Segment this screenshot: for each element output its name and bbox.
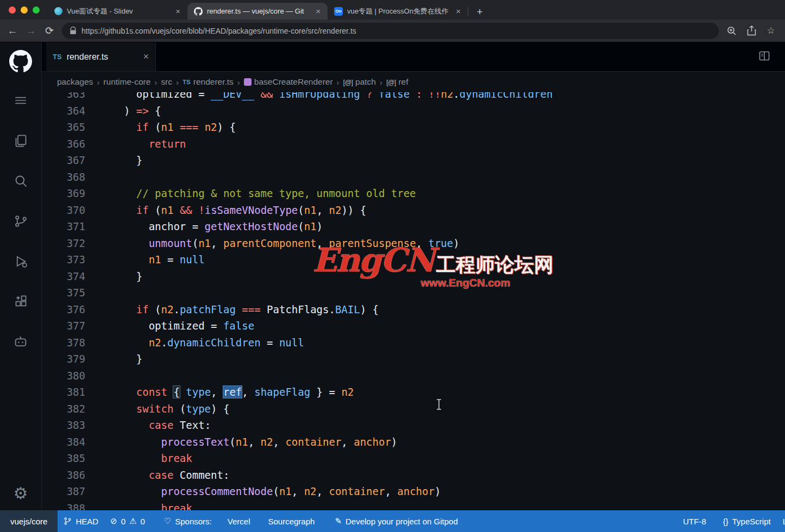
remote-indicator[interactable]: vuejs/core (0, 510, 58, 532)
code-token (111, 92, 136, 100)
breadcrumb-packages[interactable]: packages (57, 77, 93, 87)
code-line[interactable]: 376 if (n2.patchFlag === PatchFlags.BAIL… (42, 301, 785, 318)
status-bar-left: vuejs/core HEAD ⊘ 0 ⚠ 0 ♡ Sponsors: Verc… (0, 510, 464, 532)
chevron-right-icon: › (97, 78, 99, 87)
problems-indicator[interactable]: ⊘ 0 ⚠ 0 (104, 510, 151, 532)
open-changes-icon[interactable] (758, 49, 771, 65)
code-token: dynamicChildren (167, 337, 261, 349)
code-line[interactable]: 363 optimized = __DEV__ && isHmrUpdating… (42, 92, 785, 103)
code-token: n1 (161, 121, 174, 133)
tab-close-icon[interactable]: × (454, 7, 462, 16)
code-line[interactable]: 370 if (n1 && !isSameVNodeType(n1, n2)) … (42, 202, 785, 219)
code-token (167, 386, 173, 398)
code-line[interactable]: 388 break (42, 500, 785, 511)
code-text: case Text: (85, 417, 211, 434)
breadcrumb-runtime-core[interactable]: runtime-core (103, 77, 150, 87)
line-number: 365 (42, 119, 85, 136)
breadcrumb-patch[interactable]: [@]patch (343, 77, 376, 87)
code-line[interactable]: 382 switch (type) { (42, 401, 785, 417)
code-token (236, 303, 242, 315)
code-token: getNextHostNode (205, 220, 298, 232)
breadcrumb-file[interactable]: TSrenderer.ts (183, 77, 234, 87)
bookmark-star-icon[interactable]: ☆ (765, 26, 776, 36)
encoding-indicator[interactable]: UTF-8 (677, 510, 712, 532)
branch-indicator[interactable]: HEAD (58, 510, 104, 532)
extensions-icon[interactable] (0, 281, 42, 321)
code-line[interactable]: 385 break (42, 450, 785, 467)
editor-tab-close-icon[interactable]: × (143, 51, 149, 62)
close-window-button[interactable] (9, 7, 16, 14)
maximize-window-button[interactable] (33, 7, 40, 14)
address-bar[interactable]: https://github1s.com/vuejs/core/blob/HEA… (62, 23, 719, 39)
minimize-window-button[interactable] (21, 7, 28, 14)
line-number: 371 (42, 218, 85, 235)
code-line[interactable]: 371 anchor = getNextHostNode(n1) (42, 218, 785, 235)
search-icon[interactable] (0, 161, 42, 201)
code-line[interactable]: 366 return (42, 136, 785, 153)
code-token: ( (229, 436, 235, 448)
processon-icon: On (334, 7, 343, 16)
breadcrumb-src[interactable]: src (161, 77, 172, 87)
remote-bot-icon[interactable] (0, 321, 42, 362)
breadcrumb-ref[interactable]: [@]ref (386, 77, 409, 87)
text-cursor-pointer (435, 398, 443, 413)
sponsor-sourcegraph[interactable]: Sourcegraph (256, 510, 321, 532)
source-control-icon[interactable] (0, 201, 42, 241)
tab-close-icon[interactable]: × (314, 7, 322, 16)
sponsor-vercel[interactable]: Vercel (218, 510, 256, 532)
browser-tab-slidev[interactable]: Vue面试专题 - Slidev × (47, 3, 187, 20)
code-line[interactable]: 379 } (42, 351, 785, 368)
breadcrumb-basecreaterenderer[interactable]: baseCreateRenderer (244, 77, 333, 87)
code-token: break (161, 502, 192, 511)
code-line[interactable]: 364 ) => { (42, 103, 785, 119)
reload-button[interactable]: ⟳ (40, 24, 59, 37)
code-token (254, 92, 260, 100)
code-text (85, 284, 111, 301)
code-text: processCommentNode(n1, n2, container, an… (85, 483, 441, 500)
explorer-icon[interactable] (0, 121, 42, 161)
gitpod-link[interactable]: ✎ Develop your project on Gitpod (321, 510, 463, 532)
code-token: unmount (149, 237, 192, 249)
code-token (111, 303, 136, 315)
settings-gear-icon[interactable]: ⚙ (14, 484, 28, 503)
code-token: PatchFlags (267, 303, 329, 315)
line-number: 370 (42, 202, 85, 219)
menu-icon[interactable] (0, 80, 42, 121)
code-token: optimized (149, 320, 205, 332)
back-button[interactable]: ← (3, 25, 22, 37)
code-token: ( (149, 303, 161, 315)
code-token: // patching & not same type, unmount old… (136, 187, 416, 199)
new-tab-button[interactable]: + (472, 4, 487, 20)
code-line[interactable]: 387 processCommentNode(n1, n2, container… (42, 483, 785, 500)
browser-tab-processon[interactable]: On vue专题 | ProcessOn免费在线作 × (328, 3, 468, 20)
forward-button[interactable]: → (22, 25, 40, 37)
run-debug-icon[interactable] (0, 241, 42, 281)
code-line[interactable]: 386 case Comment: (42, 467, 785, 484)
code-editor[interactable]: 363 optimized = __DEV__ && isHmrUpdating… (42, 92, 785, 510)
zoom-icon[interactable] (726, 26, 737, 36)
code-line[interactable]: 367 } (42, 152, 785, 169)
code-line[interactable]: 378 n2.dynamicChildren = null (42, 334, 785, 351)
code-line[interactable]: 381 const { type, ref, shapeFlag } = n2 (42, 384, 785, 401)
code-line[interactable]: 380 (42, 368, 785, 384)
language-indicator[interactable]: {} TypeScript (712, 510, 777, 532)
share-icon[interactable] (746, 26, 757, 36)
ts-file-icon: TS (183, 79, 191, 85)
code-line[interactable]: 377 optimized = false (42, 318, 785, 334)
editor-tab-renderer[interactable]: TS renderer.ts × (46, 42, 156, 71)
code-token (111, 121, 136, 133)
code-token: = (186, 220, 204, 232)
code-token: ( (273, 485, 279, 497)
tab-close-icon[interactable]: × (174, 7, 182, 16)
code-line[interactable]: 383 case Text: (42, 417, 785, 434)
line-number: 387 (42, 483, 85, 500)
code-line[interactable]: 368 (42, 169, 785, 186)
code-token (111, 204, 136, 216)
code-line[interactable]: 369 // patching & not same type, unmount… (42, 185, 785, 202)
code-line[interactable]: 384 processText(n1, n2, container, ancho… (42, 434, 785, 451)
browser-tab-renderer[interactable]: renderer.ts — vuejs/core — Git × (187, 3, 328, 20)
code-line[interactable]: 365 if (n1 === n2) { (42, 119, 785, 136)
code-token: = (261, 337, 279, 349)
cursor-position-indicator[interactable]: L (777, 510, 785, 532)
code-text: switch (type) { (85, 401, 229, 417)
